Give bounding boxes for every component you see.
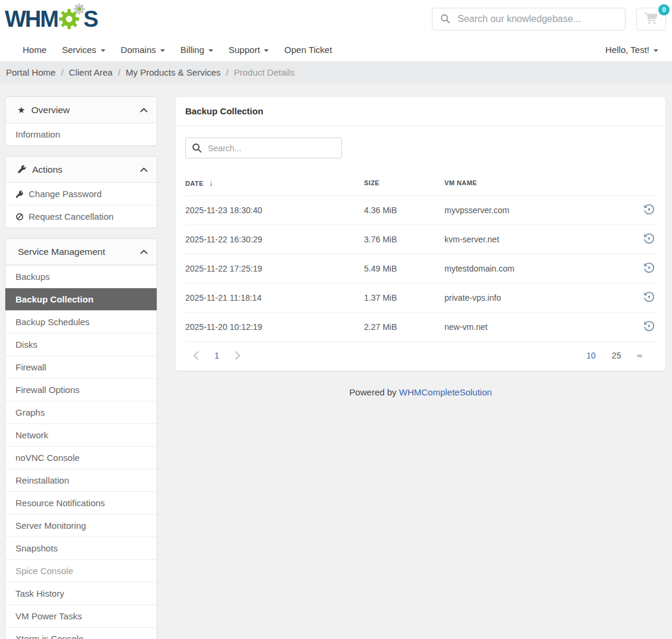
sidebar-item[interactable]: Snapshots	[5, 537, 157, 559]
knowledgebase-search-input[interactable]	[432, 8, 626, 30]
overview-panel-header[interactable]: ★ Overview	[5, 97, 157, 123]
sidebar-item[interactable]: Spice Console	[5, 559, 157, 582]
sidebar-item[interactable]: Network	[5, 423, 157, 446]
header-right: 0	[432, 8, 666, 30]
backup-date: 2025-11-20 10:12:19	[185, 322, 364, 332]
backup-size: 2.27 MiB	[364, 322, 444, 332]
sidebar-item[interactable]: Reinstallation	[5, 469, 157, 491]
sidebar-item[interactable]: Disks	[5, 333, 157, 356]
sidebar-item-information[interactable]: Information	[5, 123, 157, 145]
table-search-input[interactable]	[185, 138, 342, 158]
breadcrumb-link[interactable]: Client Area	[69, 67, 113, 77]
sidebar-item-label: Xterm.js Console	[15, 633, 83, 639]
ban-icon	[15, 213, 24, 221]
panel-header: Backup Collection	[176, 97, 665, 126]
sidebar-item[interactable]: VM Power Tasks	[5, 604, 157, 627]
backup-size: 4.36 MiB	[364, 205, 444, 215]
sidebar-item[interactable]: Server Monitoring	[5, 514, 157, 537]
sidebar-item[interactable]: Task History	[5, 582, 157, 604]
sidebar-item[interactable]: Backup Collection	[5, 288, 157, 310]
restore-icon	[642, 232, 656, 247]
restore-backup-button[interactable]	[642, 202, 656, 218]
sidebar-item[interactable]: noVNC Console	[5, 446, 157, 469]
nav-item[interactable]: Open Ticket	[276, 45, 340, 55]
breadcrumb-link[interactable]: My Products & Services	[126, 67, 220, 77]
service-management-panel-header[interactable]: Service Management	[5, 239, 157, 265]
overview-panel-title: Overview	[31, 104, 70, 116]
gear-icon	[57, 4, 85, 33]
column-header-vm-name[interactable]: VM NAME	[444, 179, 632, 186]
table-row: 2025-11-22 17:25:19 5.49 MiB mytestdomai…	[185, 254, 656, 283]
chevron-down-icon	[160, 49, 165, 52]
sidebar-item[interactable]: Resource Notifications	[5, 491, 157, 514]
page-size-option[interactable]: 10	[586, 351, 596, 360]
restore-backup-button[interactable]	[642, 319, 656, 335]
backups-table: DATE↓ SIZE VM NAME 2025-11-23 18:30:40	[185, 178, 656, 370]
actions-panel-header[interactable]: Actions	[5, 157, 157, 183]
sidebar-item[interactable]: Firewall Options	[5, 378, 157, 401]
nav-item-label: Billing	[181, 45, 204, 55]
user-menu[interactable]: Hello, Test!	[605, 45, 658, 55]
breadcrumb-current: Product Details	[234, 67, 294, 77]
nav-item[interactable]: Services	[54, 45, 113, 55]
sidebar-item[interactable]: Graphs	[5, 401, 157, 423]
main-nav: Home Services Domains Billing	[0, 38, 672, 61]
sidebar-item[interactable]: Firewall	[5, 356, 157, 378]
page-number[interactable]: 1	[214, 351, 219, 360]
restore-icon	[642, 290, 656, 306]
chevron-up-icon	[140, 108, 148, 113]
next-page-button[interactable]	[235, 351, 241, 360]
nav-item[interactable]: Home	[15, 45, 54, 55]
sidebar-item-label: Graphs	[15, 407, 45, 418]
cart-button[interactable]: 0	[636, 8, 666, 30]
previous-page-button[interactable]	[193, 351, 198, 360]
page-size-option[interactable]: 25	[612, 351, 621, 360]
sidebar-item-label: Request Cancellation	[29, 211, 114, 222]
logo-text-s: S	[83, 8, 97, 30]
breadcrumb-link[interactable]: Portal Home	[6, 67, 55, 77]
chevron-down-icon	[654, 49, 658, 52]
nav-list: Home Services Domains Billing	[15, 45, 340, 55]
sidebar-item-label: Spice Console	[15, 565, 73, 576]
backup-date: 2025-11-22 17:25:19	[185, 264, 364, 273]
sidebar-item-change-password[interactable]: Change Password	[5, 183, 157, 205]
site-header: WHM	[0, 0, 672, 83]
backup-vm-name: mytestdomain.com	[444, 264, 632, 273]
chevron-down-icon	[264, 49, 269, 52]
page-size-option[interactable]: ∞	[637, 351, 642, 360]
backup-size: 5.49 MiB	[364, 264, 444, 273]
backup-vm-name: myvpsserver.com	[444, 205, 632, 215]
whmcs-logo[interactable]: WHM	[5, 4, 97, 34]
nav-item[interactable]: Support	[221, 45, 277, 55]
backup-vm-name: kvm-server.net	[444, 235, 632, 244]
breadcrumb-links: Portal Home/ Client Area/ My Products & …	[6, 67, 234, 77]
restore-backup-button[interactable]	[642, 232, 656, 247]
nav-item[interactable]: Billing	[173, 45, 221, 55]
column-header-size[interactable]: SIZE	[364, 179, 444, 186]
restore-backup-button[interactable]	[642, 261, 656, 276]
sidebar-item-request-cancellation[interactable]: Request Cancellation	[5, 205, 157, 227]
sort-descending-icon[interactable]: ↓	[209, 178, 213, 188]
sidebar-item-label: noVNC Console	[15, 452, 80, 463]
main-column: Backup Collection DATE↓	[175, 96, 666, 397]
restore-backup-button[interactable]	[642, 290, 656, 306]
backup-date: 2025-11-23 18:30:40	[185, 205, 364, 215]
sidebar-item-label: Task History	[15, 588, 64, 599]
sidebar-item[interactable]: Xterm.js Console	[5, 627, 157, 639]
knowledgebase-search	[432, 8, 626, 30]
sidebar-item[interactable]: Backups	[5, 265, 157, 288]
whmcompletesolution-link[interactable]: WHMCompleteSolution	[399, 387, 492, 397]
pagination-pages: 1	[193, 351, 241, 360]
column-header-date[interactable]: DATE↓	[185, 178, 364, 188]
table-search	[185, 138, 342, 158]
chevron-up-icon	[140, 167, 148, 172]
sidebar-item-label: Resource Notifications	[15, 497, 105, 509]
table-header-row: DATE↓ SIZE VM NAME	[185, 178, 656, 196]
nav-item-label: Support	[229, 45, 260, 55]
sidebar-item[interactable]: Backup Schedules	[5, 310, 157, 333]
nav-item-label: Open Ticket	[284, 45, 332, 55]
powered-by: Powered by WHMCompleteSolution	[175, 387, 666, 397]
star-icon: ★	[17, 105, 25, 114]
breadcrumb: Portal Home/ Client Area/ My Products & …	[0, 61, 672, 83]
nav-item[interactable]: Domains	[113, 45, 173, 55]
